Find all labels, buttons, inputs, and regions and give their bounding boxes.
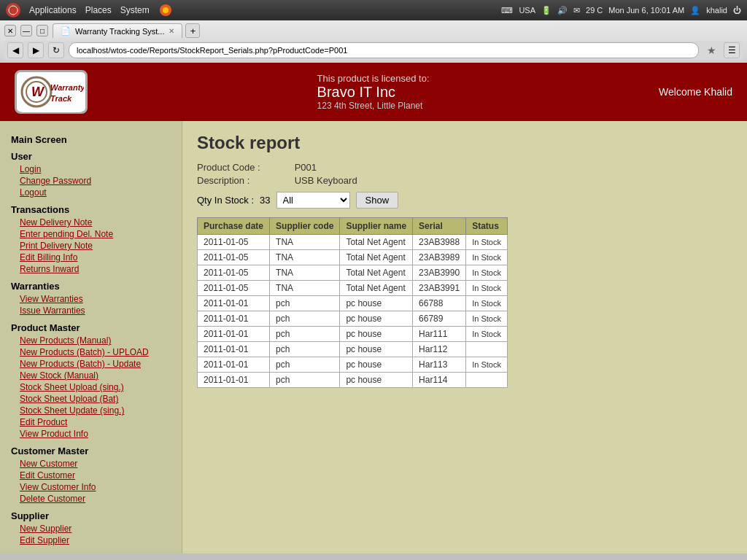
browser-tab[interactable]: 📄 Warranty Tracking Syst... ✕ bbox=[53, 23, 182, 38]
sidebar-link-stock-sheet-upload-bat[interactable]: Stock Sheet Upload (Bat) bbox=[11, 393, 171, 405]
firefox-icon bbox=[158, 3, 173, 18]
sidebar-link-login[interactable]: Login bbox=[11, 163, 171, 175]
window-maximize-btn[interactable]: □ bbox=[36, 25, 48, 36]
sidebar-link-new-stock-manual[interactable]: New Stock (Manual) bbox=[11, 370, 171, 381]
cell-supplier-code: TNA bbox=[270, 265, 340, 281]
show-button[interactable]: Show bbox=[356, 192, 399, 209]
page-title: Stock report bbox=[197, 133, 732, 153]
os-places[interactable]: Places bbox=[85, 5, 112, 15]
sidebar-link-edit-product[interactable]: Edit Product bbox=[11, 416, 171, 428]
sidebar-section-main: Main Screen bbox=[11, 134, 171, 145]
mail-icon: ✉ bbox=[573, 6, 580, 15]
locale-indicator: USA bbox=[519, 6, 535, 15]
cell-date: 2011-01-01 bbox=[198, 342, 270, 357]
username-display: khalid bbox=[706, 6, 727, 15]
table-row: 2011-01-05 TNA Total Net Agent 23AB3988 … bbox=[198, 235, 508, 250]
sidebar-section-warranties: Warranties bbox=[11, 281, 171, 292]
qty-value: 33 bbox=[260, 195, 270, 206]
cell-supplier-code: TNA bbox=[270, 281, 340, 296]
tab-close-btn[interactable]: ✕ bbox=[169, 27, 174, 35]
cell-supplier-name: Total Net Agent bbox=[340, 235, 413, 250]
sidebar-link-returns-inward[interactable]: Returns Inward bbox=[11, 263, 171, 275]
col-status: Status bbox=[466, 218, 508, 235]
sidebar-section-user: User bbox=[11, 151, 171, 162]
cell-supplier-name: Total Net Agent bbox=[340, 265, 413, 281]
window-minimize-btn[interactable]: — bbox=[20, 25, 32, 36]
url-input[interactable] bbox=[69, 42, 699, 58]
sidebar-link-new-products-manual[interactable]: New Products (Manual) bbox=[11, 335, 171, 346]
sidebar-link-delete-customer[interactable]: Delete Customer bbox=[11, 493, 171, 505]
sidebar-link-new-customer[interactable]: New Customer bbox=[11, 458, 171, 470]
table-row: 2011-01-01 pch pc house Har111 In Stock bbox=[198, 327, 508, 342]
os-applications[interactable]: Applications bbox=[29, 5, 77, 15]
cell-serial: Har113 bbox=[413, 357, 466, 373]
sidebar-link-enter-pending[interactable]: Enter pending Del. Note bbox=[11, 228, 171, 240]
cell-serial: 23AB3990 bbox=[413, 265, 466, 281]
svg-text:Track: Track bbox=[50, 94, 72, 103]
status-filter-select[interactable]: All In Stock Not In Stock bbox=[276, 192, 350, 209]
reload-btn[interactable]: ↻ bbox=[48, 42, 64, 58]
sidebar-link-stock-sheet-upload-sing[interactable]: Stock Sheet Upload (sing.) bbox=[11, 381, 171, 393]
new-tab-btn[interactable]: + bbox=[185, 23, 200, 38]
table-row: 2011-01-05 TNA Total Net Agent 23AB3989 … bbox=[198, 250, 508, 265]
stock-table: Purchase date Supplier code Supplier nam… bbox=[197, 217, 508, 388]
cell-supplier-code: pch bbox=[270, 296, 340, 311]
sidebar-link-view-product-info[interactable]: View Product Info bbox=[11, 428, 171, 440]
os-taskbar-left: Applications Places System bbox=[6, 3, 173, 18]
table-row: 2011-01-01 pch pc house Har112 bbox=[198, 342, 508, 357]
page-wrapper: W Warranty Track This product is license… bbox=[0, 63, 747, 559]
cell-serial: Har114 bbox=[413, 373, 466, 388]
volume-icon: 🔊 bbox=[557, 6, 568, 15]
cell-supplier-name: Total Net Agent bbox=[340, 250, 413, 265]
sidebar-link-view-customer-info[interactable]: View Customer Info bbox=[11, 481, 171, 493]
tab-bar: 📄 Warranty Tracking Syst... ✕ + bbox=[53, 23, 200, 38]
sidebar-link-edit-billing[interactable]: Edit Billing Info bbox=[11, 252, 171, 263]
cell-serial: 66788 bbox=[413, 296, 466, 311]
datetime-display: Mon Jun 6, 10:01 AM bbox=[608, 6, 684, 15]
sidebar-link-edit-supplier[interactable]: Edit Supplier bbox=[11, 534, 171, 546]
description-label: Description : bbox=[197, 175, 292, 186]
cell-date: 2011-01-05 bbox=[198, 250, 270, 265]
menu-btn[interactable]: ☰ bbox=[724, 42, 740, 58]
col-serial: Serial bbox=[413, 218, 466, 235]
sidebar-link-logout[interactable]: Logout bbox=[11, 187, 171, 198]
sidebar-link-change-password[interactable]: Change Password bbox=[11, 175, 171, 187]
sidebar-link-issue-warranties[interactable]: Issue Warranties bbox=[11, 305, 171, 316]
cell-status: In Stock bbox=[466, 250, 508, 265]
cell-supplier-code: TNA bbox=[270, 235, 340, 250]
cell-status bbox=[466, 373, 508, 388]
cell-status: In Stock bbox=[466, 296, 508, 311]
cell-supplier-name: Total Net Agent bbox=[340, 281, 413, 296]
os-taskbar: Applications Places System ⌨ USA 🔋 🔊 ✉ 2… bbox=[0, 0, 747, 20]
back-btn[interactable]: ◀ bbox=[7, 42, 23, 58]
cell-serial: 23AB3989 bbox=[413, 250, 466, 265]
sidebar-link-new-delivery-note[interactable]: New Delivery Note bbox=[11, 217, 171, 228]
forward-btn[interactable]: ▶ bbox=[28, 42, 44, 58]
sidebar-link-edit-customer[interactable]: Edit Customer bbox=[11, 470, 171, 481]
tab-title: Warranty Tracking Syst... bbox=[75, 27, 164, 36]
cell-status: In Stock bbox=[466, 265, 508, 281]
window-close-btn[interactable]: ✕ bbox=[4, 25, 16, 36]
cell-supplier-code: pch bbox=[270, 373, 340, 388]
table-row: 2011-01-01 pch pc house Har113 In Stock bbox=[198, 357, 508, 373]
cell-date: 2011-01-05 bbox=[198, 265, 270, 281]
description-value: USB Keyboard bbox=[295, 175, 390, 186]
svg-point-0 bbox=[9, 6, 18, 15]
cell-date: 2011-01-01 bbox=[198, 296, 270, 311]
os-logo bbox=[6, 3, 20, 18]
cell-status: In Stock bbox=[466, 357, 508, 373]
cell-serial: 66789 bbox=[413, 311, 466, 327]
bookmark-btn[interactable]: ★ bbox=[703, 42, 719, 58]
os-system[interactable]: System bbox=[120, 5, 150, 15]
sidebar-link-new-supplier[interactable]: New Supplier bbox=[11, 523, 171, 534]
sidebar-link-stock-sheet-update-sing[interactable]: Stock Sheet Update (sing.) bbox=[11, 405, 171, 416]
sidebar-link-new-products-batch-upload[interactable]: New Products (Batch) - UPLOAD bbox=[11, 346, 171, 358]
sidebar-link-new-products-batch-update[interactable]: New Products (Batch) - Update bbox=[11, 358, 171, 370]
sidebar-link-view-warranties[interactable]: View Warranties bbox=[11, 293, 171, 305]
table-row: 2011-01-01 pch pc house Har114 bbox=[198, 373, 508, 388]
cell-serial: Har112 bbox=[413, 342, 466, 357]
sidebar-link-print-delivery-note[interactable]: Print Delivery Note bbox=[11, 240, 171, 252]
table-row: 2011-01-05 TNA Total Net Agent 23AB3991 … bbox=[198, 281, 508, 296]
cell-date: 2011-01-01 bbox=[198, 311, 270, 327]
sidebar-section-transactions: Transactions bbox=[11, 204, 171, 215]
